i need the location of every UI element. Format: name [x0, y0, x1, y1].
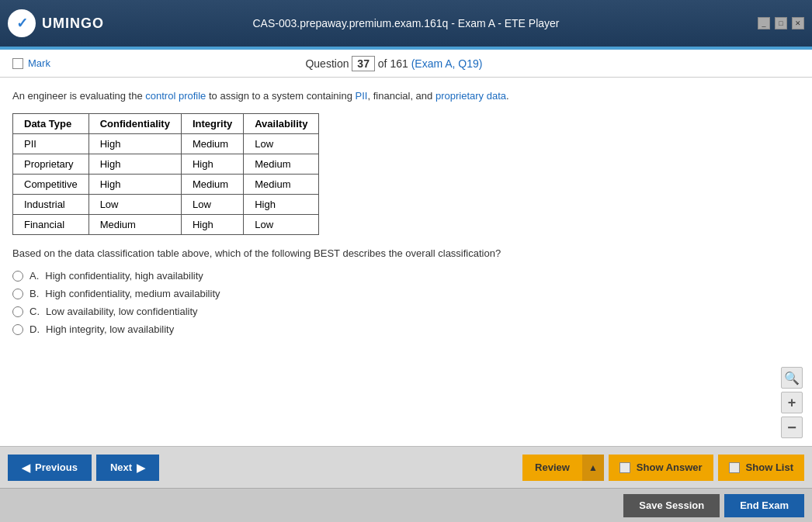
- table-cell: Medium: [88, 214, 181, 234]
- question-header: Mark Question 37 of 161 (Exam A, Q19): [0, 50, 812, 78]
- review-label: Review: [535, 462, 570, 473]
- logo: ✓ UMINGO: [8, 9, 104, 37]
- table-cell: High: [244, 194, 319, 214]
- qtext-middle1: to assign to a system containing: [206, 90, 355, 102]
- window-controls: _ □ ✕: [758, 17, 804, 29]
- qtext-before: An engineer is evaluating the: [12, 90, 145, 102]
- show-answer-button[interactable]: Show Answer: [609, 455, 713, 481]
- qtext-middle2: , financial, and: [367, 90, 435, 102]
- table-cell: High: [181, 214, 243, 234]
- table-cell: Proprietary: [13, 154, 89, 174]
- table-header-confidentiality: Confidentiality: [88, 113, 181, 133]
- zoom-in-button[interactable]: +: [781, 392, 803, 413]
- logo-circle: ✓: [8, 9, 36, 37]
- left-arrow-icon: ◀: [22, 462, 30, 474]
- review-dropdown-icon: ▲: [588, 462, 598, 473]
- question-number: 37: [352, 56, 375, 71]
- question-label: Question: [305, 57, 349, 70]
- save-session-label: Save Session: [639, 500, 704, 511]
- option-text-0: High confidentiality, high availability: [45, 270, 203, 282]
- table-cell: Medium: [244, 154, 319, 174]
- radio-a[interactable]: [12, 271, 23, 282]
- zoom-out-button[interactable]: −: [781, 417, 803, 438]
- search-icon[interactable]: 🔍: [781, 367, 803, 389]
- zoom-controls: 🔍 + −: [781, 367, 803, 438]
- nav-bar: ◀ Previous Next ▶ Review ▲ Show Answer S…: [0, 446, 812, 488]
- data-table: Data Type Confidentiality Integrity Avai…: [12, 113, 319, 235]
- maximize-button[interactable]: □: [775, 17, 787, 29]
- table-row: ProprietaryHighHighMedium: [13, 154, 319, 174]
- radio-c[interactable]: [12, 306, 23, 317]
- table-cell: Medium: [181, 174, 243, 194]
- answer-options: A. High confidentiality, high availabili…: [12, 270, 800, 335]
- logo-checkmark: ✓: [16, 15, 28, 32]
- table-cell: Low: [244, 214, 319, 234]
- next-button[interactable]: Next ▶: [96, 455, 159, 481]
- option-text-1: High confidentiality, medium availabilit…: [45, 288, 220, 299]
- option-letter-1: B.: [29, 288, 39, 299]
- table-cell: High: [181, 154, 243, 174]
- table-cell: Industrial: [13, 194, 89, 214]
- table-cell: Low: [244, 133, 319, 154]
- table-cell: Low: [181, 194, 243, 214]
- option-text-3: High integrity, low availability: [46, 323, 174, 335]
- answer-option-c[interactable]: C. Low availability, low confidentiality: [12, 306, 800, 317]
- mark-checkbox[interactable]: [12, 58, 23, 69]
- answer-option-d[interactable]: D. High integrity, low availability: [12, 323, 800, 335]
- right-arrow-icon: ▶: [137, 462, 145, 474]
- save-session-button[interactable]: Save Session: [623, 494, 720, 517]
- table-header-integrity: Integrity: [181, 113, 243, 133]
- option-letter-0: A.: [29, 270, 39, 282]
- radio-b[interactable]: [12, 289, 23, 299]
- close-button[interactable]: ✕: [792, 17, 804, 29]
- show-answer-label: Show Answer: [637, 462, 703, 473]
- answer-option-a[interactable]: A. High confidentiality, high availabili…: [12, 270, 800, 282]
- mark-text: Mark: [28, 57, 50, 69]
- show-list-checkbox-icon: [729, 462, 740, 473]
- option-text-2: Low availability, low confidentiality: [46, 306, 198, 317]
- table-row: PIIHighMediumLow: [13, 133, 319, 154]
- table-row: IndustrialLowLowHigh: [13, 194, 319, 214]
- review-button[interactable]: Review: [522, 455, 582, 481]
- qtext-highlight1: control profile: [145, 90, 206, 102]
- window-title: CAS-003.prepaway.premium.exam.161q - Exa…: [252, 17, 559, 29]
- next-label: Next: [110, 462, 132, 473]
- content-area: An engineer is evaluating the control pr…: [0, 78, 812, 446]
- qtext-highlight2: PII: [356, 90, 368, 102]
- show-list-button[interactable]: Show List: [718, 455, 804, 481]
- table-row: CompetitiveHighMediumMedium: [13, 174, 319, 194]
- qtext-after: .: [506, 90, 509, 102]
- action-bar: Save Session End Exam: [0, 488, 812, 522]
- table-cell: Low: [88, 194, 181, 214]
- option-letter-3: D.: [29, 323, 40, 335]
- table-row: FinancialMediumHighLow: [13, 214, 319, 234]
- table-cell: Medium: [181, 133, 243, 154]
- table-cell: PII: [13, 133, 89, 154]
- mark-label[interactable]: Mark: [12, 57, 50, 69]
- table-header-availability: Availability: [244, 113, 319, 133]
- review-button-group: Review ▲: [522, 455, 604, 481]
- table-cell: Financial: [13, 214, 89, 234]
- minimize-button[interactable]: _: [758, 17, 770, 29]
- logo-text: UMINGO: [42, 16, 104, 32]
- answer-option-b[interactable]: B. High confidentiality, medium availabi…: [12, 288, 800, 299]
- qtext-highlight3: proprietary data: [435, 90, 506, 102]
- end-exam-button[interactable]: End Exam: [724, 494, 804, 517]
- question-info: Question 37 of 161 (Exam A, Q19): [305, 56, 482, 71]
- based-on-text: Based on the data classification table a…: [12, 246, 800, 261]
- show-answer-checkbox-icon: [619, 462, 630, 473]
- show-list-label: Show List: [746, 462, 793, 473]
- previous-label: Previous: [35, 462, 78, 473]
- table-header-datatype: Data Type: [13, 113, 89, 133]
- table-cell: High: [88, 174, 181, 194]
- table-cell: Competitive: [13, 174, 89, 194]
- question-total: of 161: [378, 57, 408, 70]
- review-dropdown-button[interactable]: ▲: [582, 455, 604, 481]
- table-cell: High: [88, 154, 181, 174]
- table-cell: High: [88, 133, 181, 154]
- end-exam-label: End Exam: [740, 500, 789, 511]
- radio-d[interactable]: [12, 324, 23, 335]
- title-bar: ✓ UMINGO CAS-003.prepaway.premium.exam.1…: [0, 0, 812, 47]
- option-letter-2: C.: [29, 306, 40, 317]
- previous-button[interactable]: ◀ Previous: [8, 455, 92, 481]
